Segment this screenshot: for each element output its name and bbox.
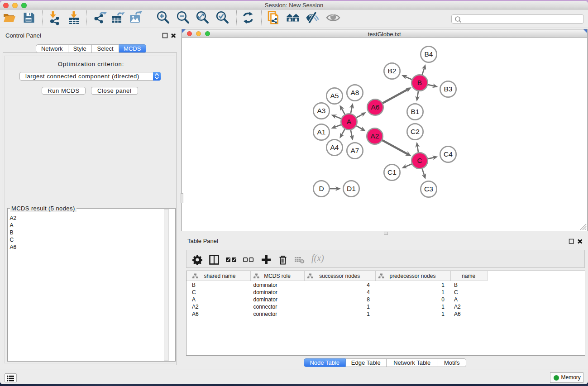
svg-text:B2: B2 bbox=[388, 67, 397, 75]
svg-text:C1: C1 bbox=[387, 168, 397, 176]
svg-text:B1: B1 bbox=[411, 108, 420, 115]
svg-text:D1: D1 bbox=[347, 185, 356, 192]
svg-text:A6: A6 bbox=[371, 103, 380, 111]
svg-text:C3: C3 bbox=[424, 185, 433, 193]
svg-text:B: B bbox=[417, 79, 422, 86]
svg-text:C4: C4 bbox=[444, 150, 453, 158]
svg-text:A: A bbox=[347, 118, 352, 125]
svg-text:A8: A8 bbox=[351, 89, 359, 96]
svg-text:A7: A7 bbox=[351, 147, 359, 154]
svg-text:A2: A2 bbox=[371, 132, 379, 140]
svg-text:C2: C2 bbox=[411, 128, 420, 135]
svg-text:A5: A5 bbox=[330, 92, 339, 100]
svg-text:A1: A1 bbox=[317, 128, 326, 136]
svg-text:D: D bbox=[319, 185, 324, 192]
svg-text:A4: A4 bbox=[330, 143, 339, 151]
svg-text:C: C bbox=[417, 157, 422, 164]
svg-text:A3: A3 bbox=[317, 107, 326, 114]
svg-text:B3: B3 bbox=[444, 85, 453, 93]
svg-text:B4: B4 bbox=[425, 50, 433, 58]
